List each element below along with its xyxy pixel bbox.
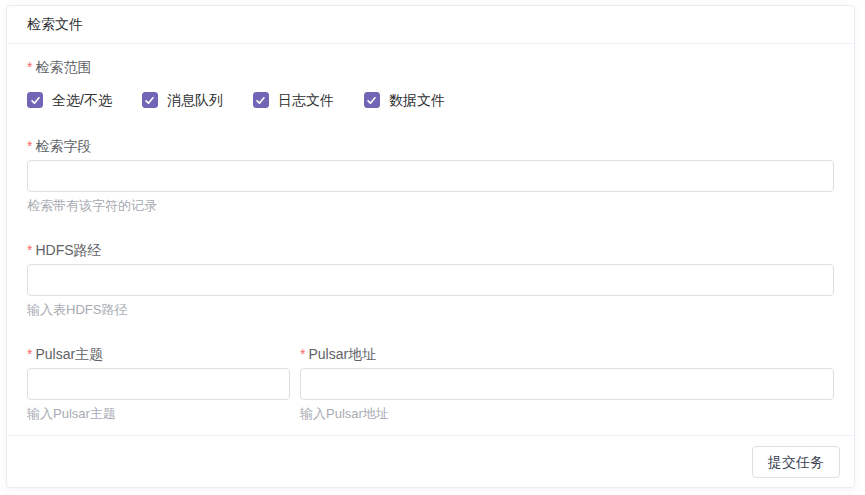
pulsar-address-column: *Pulsar地址 输入Pulsar地址 [300, 344, 834, 422]
form-item-hdfs-path: *HDFS路经 输入表HDFS路径 [27, 240, 834, 318]
pulsar-topic-helper: 输入Pulsar主题 [27, 406, 290, 422]
required-asterisk: * [300, 346, 305, 362]
pulsar-topic-input[interactable] [27, 368, 290, 400]
checkbox-select-all[interactable]: 全选/不选 [27, 90, 112, 110]
checkbox-label[interactable]: 全选/不选 [52, 90, 112, 110]
required-asterisk: * [27, 59, 32, 75]
card-title: 检索文件 [27, 16, 83, 32]
search-scope-checkbox-group: 全选/不选 消息队列 日志文件 数据文件 [27, 90, 834, 110]
check-icon [144, 95, 155, 106]
checkbox-label[interactable]: 消息队列 [167, 90, 223, 110]
checkbox-label[interactable]: 日志文件 [278, 90, 334, 110]
required-asterisk: * [27, 138, 32, 154]
check-icon [366, 95, 377, 106]
search-field-label: *检索字段 [27, 136, 834, 156]
checkbox-message-queue[interactable]: 消息队列 [142, 90, 223, 110]
checkbox-checked[interactable] [142, 92, 158, 108]
required-asterisk: * [27, 346, 32, 362]
required-asterisk: * [27, 242, 32, 258]
form-body: *检索范围 全选/不选 消息队列 日志文件 数据文件 [7, 44, 854, 435]
form-item-search-scope: *检索范围 全选/不选 消息队列 日志文件 数据文件 [27, 57, 834, 110]
hdfs-path-label: *HDFS路经 [27, 240, 834, 260]
search-files-card: 检索文件 *检索范围 全选/不选 消息队列 日志文件 [6, 5, 855, 488]
checkbox-data-file[interactable]: 数据文件 [364, 90, 445, 110]
form-item-search-field: *检索字段 检索带有该字符的记录 [27, 136, 834, 214]
checkbox-label[interactable]: 数据文件 [389, 90, 445, 110]
pulsar-address-label: *Pulsar地址 [300, 344, 834, 364]
form-item-pulsar-row: *Pulsar主题 输入Pulsar主题 *Pulsar地址 输入Pulsar地… [27, 344, 834, 422]
pulsar-address-helper: 输入Pulsar地址 [300, 406, 834, 422]
card-header: 检索文件 [7, 6, 854, 44]
card-footer: 提交任务 [7, 435, 854, 487]
checkbox-checked[interactable] [27, 92, 43, 108]
search-field-input[interactable] [27, 160, 834, 192]
check-icon [30, 95, 41, 106]
search-scope-label: *检索范围 [27, 57, 834, 77]
pulsar-topic-column: *Pulsar主题 输入Pulsar主题 [27, 344, 290, 422]
pulsar-topic-label: *Pulsar主题 [27, 344, 290, 364]
search-field-helper: 检索带有该字符的记录 [27, 198, 834, 214]
submit-task-button[interactable]: 提交任务 [752, 446, 840, 478]
checkbox-checked[interactable] [364, 92, 380, 108]
check-icon [255, 95, 266, 106]
checkbox-log-file[interactable]: 日志文件 [253, 90, 334, 110]
checkbox-checked[interactable] [253, 92, 269, 108]
hdfs-path-helper: 输入表HDFS路径 [27, 302, 834, 318]
hdfs-path-input[interactable] [27, 264, 834, 296]
pulsar-address-input[interactable] [300, 368, 834, 400]
